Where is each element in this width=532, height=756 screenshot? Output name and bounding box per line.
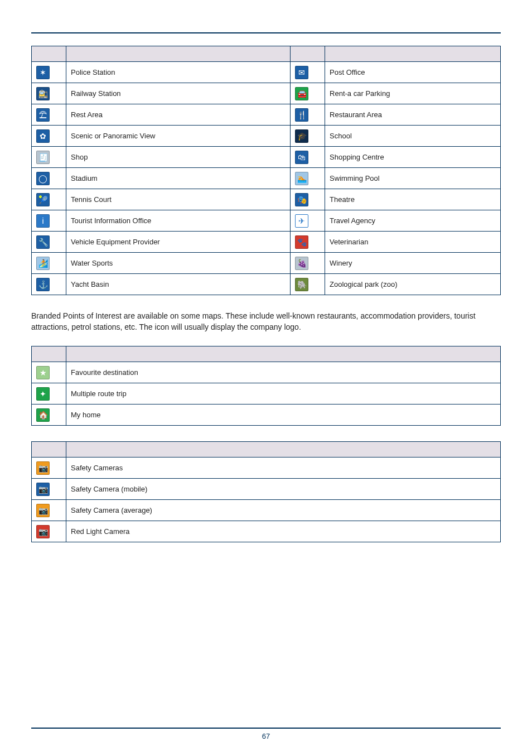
icon-cell: 🔧 (32, 232, 66, 253)
icon-cell: ✈ (291, 210, 325, 232)
legend-label: Swimming Pool (330, 174, 380, 182)
legend-label: Vehicle Equipment Provider (71, 238, 160, 246)
icon-cell: 🎾 (32, 189, 66, 210)
legend-label: Safety Camera (mobile) (71, 485, 147, 493)
header-cell (66, 442, 501, 458)
header-cell (325, 46, 501, 62)
icon-cell: 🎭 (291, 189, 325, 210)
label-cell: Travel Agency (325, 210, 501, 232)
table-row: ⚓Yacht Basin🐘Zoological park (zoo) (32, 274, 501, 295)
label-cell: Scenic or Panoramic View (66, 126, 291, 147)
tourist-information-office-icon: i (36, 214, 50, 228)
icon-cell: 🍴 (291, 104, 325, 126)
label-cell: Railway Station (66, 83, 291, 104)
table-row: ✶Police Station✉Post Office (32, 62, 501, 83)
table-header-row (32, 346, 501, 362)
label-cell: Red Light Camera (66, 521, 501, 542)
table-row: ◯Stadium🏊Swimming Pool (32, 168, 501, 189)
label-cell: Vehicle Equipment Provider (66, 232, 291, 253)
legend-label: Winery (330, 259, 352, 267)
label-cell: Winery (325, 253, 501, 274)
table-row: 📷Safety Cameras (32, 458, 501, 479)
top-rule (31, 32, 501, 33)
table-row: 🧾Shop🛍Shopping Centre (32, 147, 501, 168)
legend-label: Police Station (71, 68, 115, 76)
icon-cell: 🎓 (291, 126, 325, 147)
legend-label: Zoological park (zoo) (330, 280, 397, 288)
page-footer: 67 (31, 728, 501, 740)
winery-icon: 🍇 (295, 257, 308, 270)
label-cell: Yacht Basin (66, 274, 291, 295)
cameras-legend-table: 📷Safety Cameras📷Safety Camera (mobile)📷S… (31, 441, 501, 542)
favourites-legend-table: ★Favourite destination✦Multiple route tr… (31, 346, 501, 426)
label-cell: Favourite destination (66, 362, 501, 383)
label-cell: Restaurant Area (325, 104, 501, 126)
icon-cell: ⚓ (32, 274, 66, 295)
label-cell: Multiple route trip (66, 383, 501, 405)
icon-cell: ✦ (32, 383, 66, 405)
icon-cell: 🏊 (291, 168, 325, 189)
safety-camera-mobile-icon: 📷 (36, 483, 50, 496)
table-row: ⛱Rest Area🍴Restaurant Area (32, 104, 501, 126)
header-cell (32, 346, 66, 362)
table-row: 📷Safety Camera (mobile) (32, 479, 501, 500)
stadium-icon: ◯ (36, 172, 50, 185)
poi-table-body: ✶Police Station✉Post Office🚉Railway Stat… (32, 62, 501, 295)
legend-label: Scenic or Panoramic View (71, 132, 156, 140)
icon-cell: 🏠 (32, 405, 66, 426)
legend-label: Safety Cameras (71, 464, 123, 472)
icon-cell: 🐘 (291, 274, 325, 295)
favourite-destination-icon: ★ (36, 366, 50, 379)
legend-label: Shop (71, 153, 88, 161)
legend-label: Yacht Basin (71, 280, 109, 288)
table-header-row (32, 442, 501, 458)
icon-cell: 📷 (32, 458, 66, 479)
label-cell: Rest Area (66, 104, 291, 126)
label-cell: School (325, 126, 501, 147)
table-row: 📷Safety Camera (average) (32, 500, 501, 521)
icon-cell: 📷 (32, 500, 66, 521)
safety-cameras-icon: 📷 (36, 461, 50, 475)
label-cell: Safety Camera (average) (66, 500, 501, 521)
label-cell: Theatre (325, 189, 501, 210)
restaurant-area-icon: 🍴 (295, 108, 308, 122)
header-cell (66, 46, 291, 62)
zoological-park-zoo-icon: 🐘 (295, 278, 308, 291)
legend-label: Stadium (71, 174, 98, 182)
legend-label: Post Office (330, 68, 365, 76)
legend-label: Tennis Court (71, 195, 112, 204)
header-cell (66, 346, 501, 362)
icon-cell: 🍇 (291, 253, 325, 274)
header-cell (32, 442, 66, 458)
school-icon: 🎓 (295, 129, 308, 143)
table-row: 🏄Water Sports🍇Winery (32, 253, 501, 274)
label-cell: Stadium (66, 168, 291, 189)
icon-cell: i (32, 210, 66, 232)
icon-cell: 🏄 (32, 253, 66, 274)
icon-cell: 📷 (32, 521, 66, 542)
legend-label: Rent-a car Parking (330, 89, 390, 98)
yacht-basin-icon: ⚓ (36, 278, 50, 291)
label-cell: Safety Cameras (66, 458, 501, 479)
swimming-pool-icon: 🏊 (295, 172, 308, 185)
label-cell: Tourist Information Office (66, 210, 291, 232)
legend-label: My home (71, 411, 100, 419)
multiple-route-trip-icon: ✦ (36, 387, 50, 401)
table-row: 🚉Railway Station🚘Rent-a car Parking (32, 83, 501, 104)
table-row: ✦Multiple route trip (32, 383, 501, 405)
legend-label: Multiple route trip (71, 389, 127, 398)
icon-cell: 🐾 (291, 232, 325, 253)
icon-cell: ⛱ (32, 104, 66, 126)
legend-label: Water Sports (71, 259, 113, 267)
vehicle-equipment-provider-icon: 🔧 (36, 235, 50, 249)
table-row: ★Favourite destination (32, 362, 501, 383)
icon-cell: 🚉 (32, 83, 66, 104)
scenic-or-panoramic-view-icon: ✿ (36, 129, 50, 143)
label-cell: Zoological park (zoo) (325, 274, 501, 295)
branded-poi-paragraph: Branded Points of Interest are available… (31, 311, 501, 333)
label-cell: Safety Camera (mobile) (66, 479, 501, 500)
label-cell: Shop (66, 147, 291, 168)
veterinarian-icon: 🐾 (295, 235, 308, 249)
railway-station-icon: 🚉 (36, 87, 50, 100)
legend-label: Restaurant Area (330, 110, 382, 119)
